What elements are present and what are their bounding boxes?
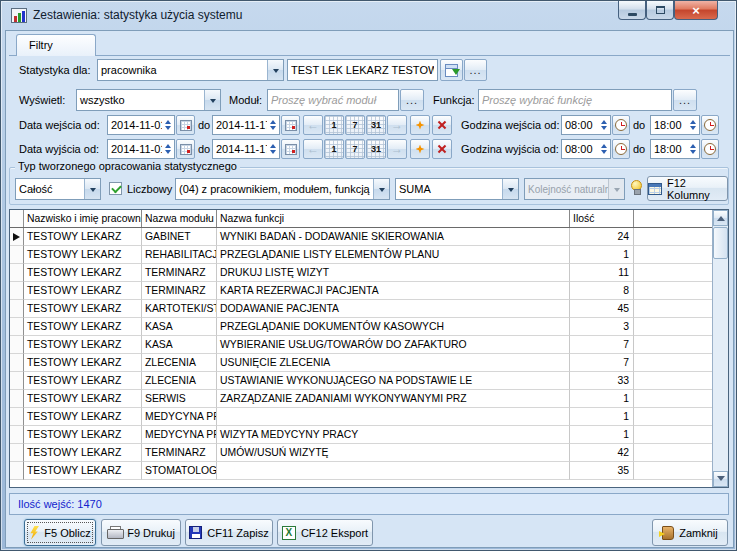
entry-range-next-button[interactable]: → [387,115,407,135]
data-wyjscia-do-spinner[interactable] [267,140,279,158]
minimize-button[interactable] [618,1,646,20]
table-row[interactable]: TESTOWY LEKARZ TERMINARZ KARTA REZERWACJ… [10,282,713,300]
calendar-icon [285,144,297,155]
grouping-combobox[interactable]: (04) z pracownikiem, modułem, funkcją [175,178,390,200]
godzina-wyjscia-od-spinner[interactable] [598,140,610,158]
godzina-wejscia-do-spinner[interactable] [687,116,699,134]
header-pracownik[interactable]: Nazwisko i imię pracownika [24,210,142,227]
data-wyjscia-od-field[interactable]: 2014-11-01 [107,139,175,159]
data-wejscia-do-spinner[interactable] [267,116,279,134]
exit-range-1day-button[interactable]: 1 [324,139,344,159]
data-wyjscia-do-calendar-button[interactable] [281,139,300,159]
data-wejscia-do-calendar-button[interactable] [281,115,300,135]
wyswietl-combobox[interactable]: wszystko [76,89,221,111]
zamknij-button[interactable]: Zamknij [652,519,728,546]
table-row[interactable]: TESTOWY LEKARZ ZLECENIA USUNIĘCIE ZLECEN… [10,354,713,372]
scroll-down-button[interactable] [713,471,728,487]
table-row[interactable]: TESTOWY LEKARZ KASA WYBIERANIE USŁUG/TOW… [10,336,713,354]
scrollbar-thumb[interactable] [713,227,728,259]
data-wejscia-od-calendar-button[interactable] [176,115,195,135]
header-funkcja[interactable]: Nazwa funkcji [217,210,570,227]
funkcja-more-button[interactable]: ... [673,89,697,111]
f12-kolumny-button[interactable]: F12 Kolumny [647,176,728,201]
titlebar[interactable]: Zestawienia: statystyka użycia systemu × [1,1,736,30]
scope-dropdown-button[interactable] [84,179,100,199]
table-row[interactable]: TESTOWY LEKARZ REHABILITACJA PRZEGLĄDANI… [10,246,713,264]
table-row[interactable]: TESTOWY LEKARZ STOMATOLOG 35 [10,462,713,480]
modul-input[interactable] [268,90,398,110]
godzina-wyjscia-od-field[interactable]: 08:00 [561,139,611,159]
person-field[interactable] [287,59,438,81]
data-wyjscia-do-field[interactable]: 2014-11-17 [212,139,280,159]
cell-funkcja: PRZEGLĄDANIE LISTY ELEMENTÓW PLANU [217,246,570,264]
label-liczbowy[interactable]: Liczbowy [127,178,172,200]
table-row[interactable]: TESTOWY LEKARZ TERMINARZ DRUKUJ LISTĘ WI… [10,264,713,282]
exit-range-prev-button[interactable]: ← [303,139,323,159]
cell-modul: MEDYCYNA PRACY [142,408,217,426]
liczbowy-checkbox[interactable] [109,182,122,195]
aggregate-dropdown-button[interactable] [502,179,518,199]
statystyka-dla-dropdown-button[interactable] [267,60,283,80]
exit-range-31days-button[interactable]: 31 [366,139,386,159]
exit-range-clear-button[interactable] [432,139,452,159]
spin-down-icon [690,150,696,157]
table-row[interactable]: TESTOWY LEKARZ KARTOTEKI/STRUK DODAWANIE… [10,300,713,318]
modul-more-button[interactable]: ... [400,89,424,111]
aggregate-combobox[interactable]: SUMA [395,178,519,200]
table-row[interactable]: TESTOWY LEKARZ KASA PRZEGLĄDANIE DOKUMEN… [10,318,713,336]
modul-field[interactable] [267,89,399,111]
table-row[interactable]: TESTOWY LEKARZ SERWIS ZARZĄDZANIE ZADANI… [10,390,713,408]
cf11-zapisz-button[interactable]: CF11 Zapisz [185,519,273,546]
f5-oblicz-button[interactable]: F5 Oblicz [24,519,96,546]
data-wejscia-od-field[interactable]: 2014-11-01 [107,115,175,135]
data-wyjscia-od-calendar-button[interactable] [176,139,195,159]
person-select-button[interactable] [440,59,463,81]
f9-drukuj-button[interactable]: F9 Drukuj [101,519,181,546]
tab-filtry[interactable]: Filtry [16,34,96,56]
entry-range-clear-button[interactable] [432,115,452,135]
scope-combobox[interactable]: Całość [15,178,101,200]
entry-range-today-button[interactable] [410,115,430,135]
hint-lightbulb-icon[interactable] [631,180,642,195]
vertical-scrollbar[interactable] [712,210,728,487]
godzina-wejscia-do-field[interactable]: 18:00 [650,115,700,135]
godzina-wejscia-do-clock-button[interactable] [701,115,719,135]
person-more-button[interactable]: ... [464,59,487,81]
table-row[interactable]: TESTOWY LEKARZ GABINET WYNIKI BADAŃ - DO… [10,228,713,246]
godzina-wyjscia-do-field[interactable]: 18:00 [650,139,700,159]
godzina-wejscia-od-spinner[interactable] [598,116,610,134]
grouping-dropdown-button[interactable] [373,179,389,199]
table-row[interactable]: TESTOWY LEKARZ MEDYCYNA PRACY WIZYTA MED… [10,426,713,444]
cf12-eksport-button[interactable]: CF12 Eksport [277,519,373,546]
godzina-wyjscia-od-clock-button[interactable] [612,139,630,159]
godzina-wyjscia-do-clock-button[interactable] [701,139,719,159]
entry-range-31days-button[interactable]: 31 [366,115,386,135]
table-row[interactable]: TESTOWY LEKARZ MEDYCYNA PRACY 1 [10,408,713,426]
entry-range-1day-button[interactable]: 1 [324,115,344,135]
godzina-wyjscia-do-spinner[interactable] [687,140,699,158]
header-ilosc[interactable]: Ilość [570,210,634,227]
entry-range-prev-button[interactable]: ← [303,115,323,135]
scroll-up-button[interactable] [713,210,728,226]
exit-range-7days-button[interactable]: 7 [345,139,365,159]
funkcja-input[interactable] [479,90,671,110]
godzina-wejscia-od-clock-button[interactable] [612,115,630,135]
exit-range-next-button[interactable]: → [387,139,407,159]
funkcja-field[interactable] [478,89,672,111]
data-wejscia-do-field[interactable]: 2014-11-17 [212,115,280,135]
table-row[interactable]: TESTOWY LEKARZ TERMINARZ UMÓW/USUŃ WIZYT… [10,444,713,462]
close-button[interactable]: × [674,1,718,20]
statystyka-dla-combobox[interactable]: pracownika [97,59,284,81]
data-wyjscia-od-spinner[interactable] [162,140,174,158]
person-input[interactable] [288,60,437,80]
statystyka-dla-value: pracownika [98,64,267,76]
data-wejscia-od-spinner[interactable] [162,116,174,134]
maximize-button[interactable] [646,1,674,20]
exit-range-today-button[interactable] [410,139,430,159]
entry-range-7days-button[interactable]: 7 [345,115,365,135]
godzina-wejscia-od-field[interactable]: 08:00 [561,115,611,135]
wyswietl-dropdown-button[interactable] [204,90,220,110]
cell-funkcja: WYBIERANIE USŁUG/TOWARÓW DO ZAFAKTURO [217,336,570,354]
header-modul[interactable]: Nazwa modułu [142,210,217,227]
table-row[interactable]: TESTOWY LEKARZ ZLECENIA USTAWIANIE WYKON… [10,372,713,390]
